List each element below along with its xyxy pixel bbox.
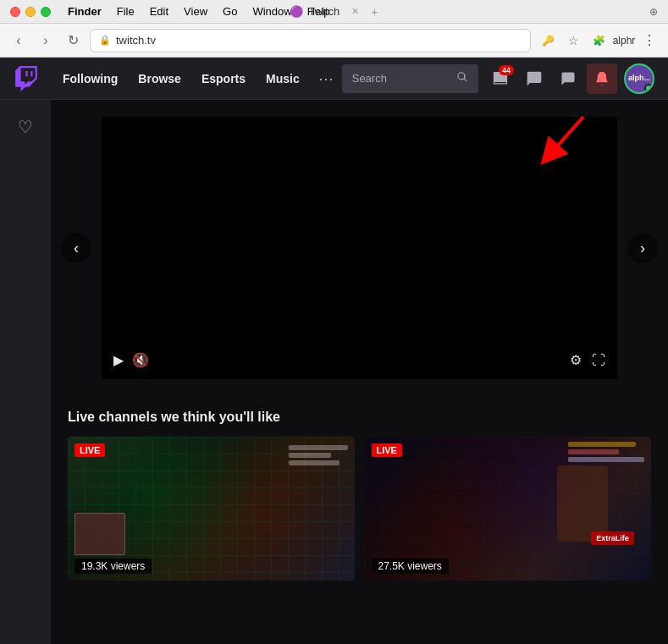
key-icon-button[interactable]: 🔑	[538, 30, 558, 51]
menu-go[interactable]: Go	[223, 5, 237, 18]
menu-file[interactable]: File	[117, 5, 135, 18]
browser-toolbar: ‹ › ↻ 🔒 twitch.tv 🔑 ☆ 🧩 alphr ⋮	[0, 24, 668, 58]
nav-browse[interactable]: Browse	[128, 58, 191, 100]
video-right-controls: ⚙ ⛶	[570, 352, 605, 368]
channel-card-1[interactable]: LIVE 19.3K viewers	[68, 437, 355, 581]
viewer-count-1: 19.3K viewers	[75, 559, 152, 574]
new-tab-icon[interactable]: +	[371, 5, 378, 19]
video-controls: ▶ 🔇 ⚙ ⛶	[102, 341, 617, 379]
close-tab-icon[interactable]: ✕	[351, 6, 359, 17]
extension-button[interactable]: 🧩	[588, 30, 609, 51]
menu-window[interactable]: Window	[252, 5, 291, 18]
carousel-next-button[interactable]: ›	[627, 233, 658, 263]
back-button[interactable]: ‹	[8, 30, 29, 51]
nav-music[interactable]: Music	[256, 58, 310, 100]
user-avatar-button[interactable]: alph...	[624, 63, 654, 94]
pip-overlay-1	[75, 513, 125, 555]
online-status-indicator	[644, 84, 653, 92]
channel-thumbnail-2: ExtraLife LIVE 27.5K viewers	[365, 437, 652, 581]
nav-more-button[interactable]: ⋯	[310, 58, 342, 100]
tab-title: 🟣 Twitch ✕ +	[290, 5, 378, 19]
left-sidebar: ♡	[0, 100, 51, 644]
close-button[interactable]	[10, 7, 20, 17]
nav-esports[interactable]: Esports	[191, 58, 256, 100]
avatar-label: alph...	[628, 74, 650, 82]
play-button[interactable]: ▶	[113, 352, 124, 368]
puzzle-piece-icon: 🧩	[593, 35, 605, 47]
heart-icon: ♡	[18, 117, 33, 137]
menu-edit[interactable]: Edit	[150, 5, 168, 18]
content-area: ‹ › ▶ 🔇 ⚙ ⛶ Live c	[51, 100, 668, 644]
notifications-button[interactable]	[587, 63, 617, 94]
menu-finder[interactable]: Finder	[68, 5, 102, 18]
video-carousel: ‹ › ▶ 🔇 ⚙ ⛶	[51, 100, 668, 396]
channel-points-button[interactable]	[553, 63, 583, 94]
live-badge-1: LIVE	[75, 443, 105, 457]
volume-button[interactable]: 🔇	[132, 352, 149, 368]
fullscreen-button[interactable]: ⛶	[592, 353, 605, 368]
search-icon[interactable]	[456, 71, 468, 85]
notification-badge: 44	[499, 65, 514, 75]
viewer-count-2: 27.5K viewers	[372, 559, 449, 574]
svg-rect-0	[498, 79, 504, 81]
profile-label: alphr	[613, 35, 636, 47]
nav-following[interactable]: Following	[52, 58, 128, 100]
maximize-button[interactable]	[41, 7, 51, 17]
channel-grid: LIVE 19.3K viewers	[68, 437, 651, 581]
twitch-navbar: Following Browse Esports Music ⋯	[0, 58, 668, 100]
overflow-icon: ⋮	[643, 32, 656, 48]
title-bar: Finder File Edit View Go Window Help 🟣 T…	[0, 0, 668, 24]
live-channels-title: Live channels we think you'll like	[68, 410, 651, 425]
address-bar[interactable]: 🔒 twitch.tv	[90, 29, 531, 52]
reload-button[interactable]: ↻	[63, 30, 83, 51]
channel-card-2[interactable]: ExtraLife LIVE 27.5K viewers	[365, 437, 652, 581]
url-text: twitch.tv	[116, 34, 156, 47]
profile-button[interactable]: alphr	[614, 30, 634, 51]
bookmark-icon: ☆	[568, 34, 579, 47]
whisper-button[interactable]	[519, 63, 549, 94]
traffic-lights	[10, 7, 51, 17]
forward-button[interactable]: ›	[36, 30, 56, 51]
key-icon: 🔑	[542, 35, 555, 47]
bookmark-button[interactable]: ☆	[563, 30, 583, 51]
minimize-button[interactable]	[25, 7, 36, 17]
browser-overflow-button[interactable]: ⋮	[639, 30, 660, 51]
search-bar[interactable]	[342, 64, 478, 93]
live-channels-section: Live channels we think you'll like	[51, 396, 668, 594]
twitch-app: Following Browse Esports Music ⋯	[0, 58, 668, 644]
settings-button[interactable]: ⚙	[570, 352, 582, 368]
lock-icon: 🔒	[99, 35, 111, 46]
window-control-icon: ⊕	[649, 6, 658, 18]
twitch-main-content: ♡ ‹ ›	[0, 100, 668, 644]
inbox-button[interactable]: 44	[485, 63, 516, 94]
menu-view[interactable]: View	[184, 5, 207, 18]
channel-thumbnail-1: LIVE 19.3K viewers	[68, 437, 355, 581]
nav-icons: 44 alph...	[485, 63, 654, 94]
video-player: ▶ 🔇 ⚙ ⛶	[102, 117, 617, 379]
twitch-logo[interactable]	[14, 66, 39, 91]
sidebar-heart-button[interactable]: ♡	[8, 110, 42, 144]
tab-favicon: 🟣	[290, 5, 303, 18]
browser-actions: 🔑 ☆ 🧩 alphr ⋮	[538, 30, 660, 51]
live-badge-2: LIVE	[372, 443, 402, 457]
carousel-prev-button[interactable]: ‹	[61, 233, 91, 263]
search-input[interactable]	[352, 72, 450, 85]
